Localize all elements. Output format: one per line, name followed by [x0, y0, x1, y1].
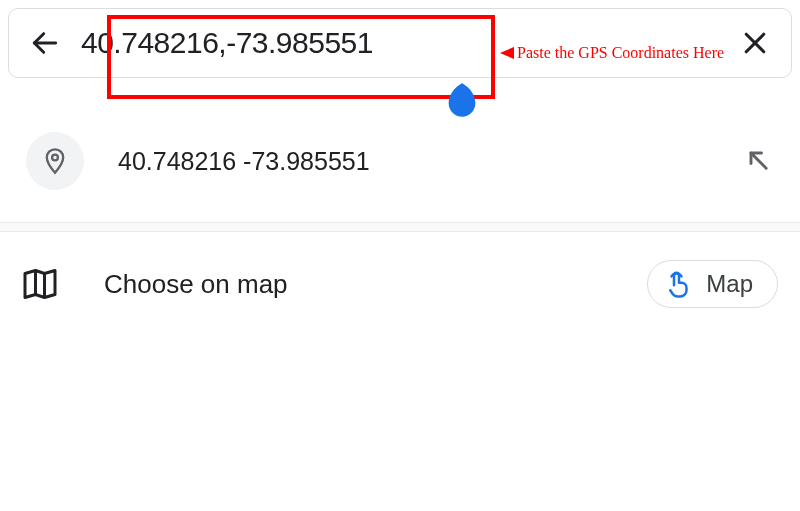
- suggestions-list: 40.748216 -73.985551: [8, 118, 792, 204]
- search-input[interactable]: [81, 26, 719, 60]
- suggestion-text: 40.748216 -73.985551: [118, 147, 710, 176]
- map-button[interactable]: Map: [647, 260, 778, 308]
- map-outline-icon: [22, 266, 58, 302]
- insert-suggestion-button[interactable]: [744, 146, 774, 176]
- close-icon: [740, 28, 770, 58]
- choose-on-map-section: Choose on map Map: [0, 232, 800, 336]
- choose-on-map-label: Choose on map: [104, 269, 601, 300]
- section-divider: [0, 222, 800, 232]
- map-pin-icon: [41, 147, 69, 175]
- back-button[interactable]: [27, 25, 63, 61]
- map-button-label: Map: [706, 270, 753, 298]
- suggestion-row[interactable]: 40.748216 -73.985551: [8, 118, 792, 204]
- svg-line-4: [751, 153, 766, 168]
- arrow-up-left-icon: [744, 146, 772, 174]
- clear-button[interactable]: [737, 25, 773, 61]
- touch-icon: [664, 269, 694, 299]
- arrow-left-icon: [29, 27, 61, 59]
- svg-point-3: [52, 155, 58, 161]
- search-bar: [8, 8, 792, 78]
- svg-marker-5: [25, 271, 55, 298]
- pin-icon-container: [26, 132, 84, 190]
